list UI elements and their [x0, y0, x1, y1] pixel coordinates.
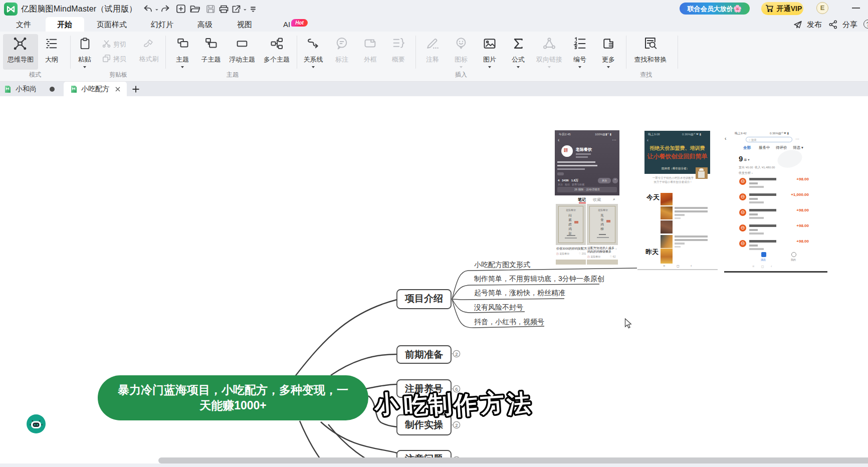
svg-text:法: 法: [505, 389, 532, 417]
svg-text:方: 方: [479, 389, 505, 417]
svg-text:吃: 吃: [403, 391, 429, 419]
svg-text:制: 制: [426, 390, 453, 418]
svg-text:2: 2: [455, 351, 458, 357]
svg-text:作: 作: [452, 391, 479, 419]
svg-text:小: 小: [372, 390, 400, 418]
